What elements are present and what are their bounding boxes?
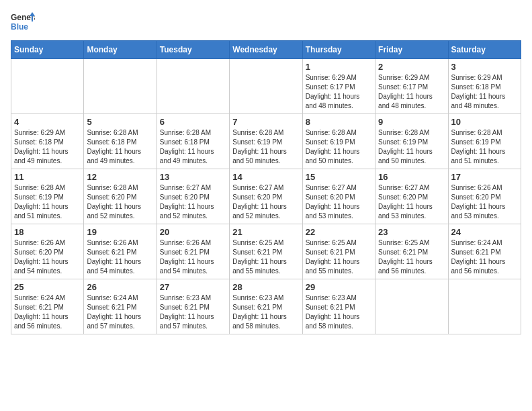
calendar-cell: 14Sunrise: 6:27 AMSunset: 6:20 PMDayligh… xyxy=(230,169,302,224)
calendar-cell: 19Sunrise: 6:26 AMSunset: 6:21 PMDayligh… xyxy=(84,224,157,279)
calendar-cell: 26Sunrise: 6:24 AMSunset: 6:21 PMDayligh… xyxy=(84,279,157,334)
calendar-cell xyxy=(230,59,302,114)
calendar-cell: 21Sunrise: 6:25 AMSunset: 6:21 PMDayligh… xyxy=(230,224,302,279)
calendar-cell: 23Sunrise: 6:25 AMSunset: 6:21 PMDayligh… xyxy=(375,224,448,279)
calendar-cell xyxy=(375,279,448,334)
day-number: 20 xyxy=(160,227,226,237)
day-info: Sunrise: 6:25 AMSunset: 6:21 PMDaylight:… xyxy=(232,238,299,276)
day-info: Sunrise: 6:23 AMSunset: 6:21 PMDaylight:… xyxy=(160,293,226,331)
day-header-friday: Friday xyxy=(375,41,448,59)
day-number: 22 xyxy=(306,227,372,237)
calendar-cell xyxy=(11,59,84,114)
calendar-body: 1Sunrise: 6:29 AMSunset: 6:17 PMDaylight… xyxy=(11,59,521,334)
calendar-cell: 15Sunrise: 6:27 AMSunset: 6:20 PMDayligh… xyxy=(302,169,375,224)
day-info: Sunrise: 6:23 AMSunset: 6:21 PMDaylight:… xyxy=(232,293,299,331)
day-info: Sunrise: 6:28 AMSunset: 6:18 PMDaylight:… xyxy=(87,128,153,166)
day-info: Sunrise: 6:28 AMSunset: 6:19 PMDaylight:… xyxy=(232,128,299,166)
calendar-cell: 22Sunrise: 6:25 AMSunset: 6:21 PMDayligh… xyxy=(302,224,375,279)
day-number: 29 xyxy=(306,282,372,292)
calendar-cell: 25Sunrise: 6:24 AMSunset: 6:21 PMDayligh… xyxy=(11,279,84,334)
calendar-cell: 27Sunrise: 6:23 AMSunset: 6:21 PMDayligh… xyxy=(157,279,229,334)
day-header-monday: Monday xyxy=(84,41,157,59)
day-info: Sunrise: 6:28 AMSunset: 6:18 PMDaylight:… xyxy=(160,128,226,166)
calendar-cell: 16Sunrise: 6:27 AMSunset: 6:20 PMDayligh… xyxy=(375,169,448,224)
calendar-cell xyxy=(84,59,157,114)
day-info: Sunrise: 6:26 AMSunset: 6:21 PMDaylight:… xyxy=(160,238,226,276)
day-header-sunday: Sunday xyxy=(11,41,84,59)
day-number: 9 xyxy=(378,117,445,127)
day-header-saturday: Saturday xyxy=(448,41,521,59)
calendar-cell: 18Sunrise: 6:26 AMSunset: 6:20 PMDayligh… xyxy=(11,224,84,279)
week-row-3: 18Sunrise: 6:26 AMSunset: 6:20 PMDayligh… xyxy=(11,224,521,279)
calendar-cell: 17Sunrise: 6:26 AMSunset: 6:20 PMDayligh… xyxy=(448,169,521,224)
day-number: 27 xyxy=(160,282,226,292)
day-header-tuesday: Tuesday xyxy=(157,41,229,59)
calendar-cell: 29Sunrise: 6:23 AMSunset: 6:21 PMDayligh… xyxy=(302,279,375,334)
day-info: Sunrise: 6:25 AMSunset: 6:21 PMDaylight:… xyxy=(378,238,445,276)
days-header-row: SundayMondayTuesdayWednesdayThursdayFrid… xyxy=(11,41,521,59)
calendar-cell: 28Sunrise: 6:23 AMSunset: 6:21 PMDayligh… xyxy=(230,279,302,334)
day-number: 25 xyxy=(14,282,81,292)
day-number: 15 xyxy=(306,172,372,182)
day-info: Sunrise: 6:25 AMSunset: 6:21 PMDaylight:… xyxy=(306,238,372,276)
header: General Blue xyxy=(11,11,521,35)
calendar-cell: 10Sunrise: 6:28 AMSunset: 6:19 PMDayligh… xyxy=(448,114,521,169)
day-header-wednesday: Wednesday xyxy=(230,41,302,59)
calendar-cell: 8Sunrise: 6:28 AMSunset: 6:19 PMDaylight… xyxy=(302,114,375,169)
day-number: 24 xyxy=(451,227,518,237)
day-info: Sunrise: 6:24 AMSunset: 6:21 PMDaylight:… xyxy=(14,293,81,331)
day-number: 14 xyxy=(232,172,299,182)
calendar-cell: 5Sunrise: 6:28 AMSunset: 6:18 PMDaylight… xyxy=(84,114,157,169)
day-number: 6 xyxy=(160,117,226,127)
day-number: 3 xyxy=(451,62,518,72)
day-number: 23 xyxy=(378,227,445,237)
week-row-2: 11Sunrise: 6:28 AMSunset: 6:19 PMDayligh… xyxy=(11,169,521,224)
day-number: 10 xyxy=(451,117,518,127)
day-number: 28 xyxy=(232,282,299,292)
calendar-cell: 13Sunrise: 6:27 AMSunset: 6:20 PMDayligh… xyxy=(157,169,229,224)
calendar-table: SundayMondayTuesdayWednesdayThursdayFrid… xyxy=(11,40,521,334)
day-number: 17 xyxy=(451,172,518,182)
calendar-cell: 2Sunrise: 6:29 AMSunset: 6:17 PMDaylight… xyxy=(375,59,448,114)
day-info: Sunrise: 6:26 AMSunset: 6:21 PMDaylight:… xyxy=(87,238,153,276)
logo-svg: General Blue xyxy=(11,11,35,35)
day-number: 21 xyxy=(232,227,299,237)
calendar-cell: 12Sunrise: 6:28 AMSunset: 6:20 PMDayligh… xyxy=(84,169,157,224)
day-number: 1 xyxy=(306,62,372,72)
day-number: 16 xyxy=(378,172,445,182)
day-info: Sunrise: 6:24 AMSunset: 6:21 PMDaylight:… xyxy=(451,238,518,276)
calendar-cell: 9Sunrise: 6:28 AMSunset: 6:19 PMDaylight… xyxy=(375,114,448,169)
day-info: Sunrise: 6:28 AMSunset: 6:19 PMDaylight:… xyxy=(451,128,518,166)
calendar-cell xyxy=(157,59,229,114)
day-number: 2 xyxy=(378,62,445,72)
calendar-cell: 1Sunrise: 6:29 AMSunset: 6:17 PMDaylight… xyxy=(302,59,375,114)
day-info: Sunrise: 6:29 AMSunset: 6:17 PMDaylight:… xyxy=(378,73,445,111)
calendar-cell: 11Sunrise: 6:28 AMSunset: 6:19 PMDayligh… xyxy=(11,169,84,224)
day-info: Sunrise: 6:28 AMSunset: 6:19 PMDaylight:… xyxy=(378,128,445,166)
day-info: Sunrise: 6:29 AMSunset: 6:17 PMDaylight:… xyxy=(306,73,372,111)
day-number: 19 xyxy=(87,227,153,237)
day-info: Sunrise: 6:27 AMSunset: 6:20 PMDaylight:… xyxy=(378,183,445,221)
calendar-cell xyxy=(448,279,521,334)
week-row-1: 4Sunrise: 6:29 AMSunset: 6:18 PMDaylight… xyxy=(11,114,521,169)
day-info: Sunrise: 6:28 AMSunset: 6:19 PMDaylight:… xyxy=(306,128,372,166)
day-number: 12 xyxy=(87,172,153,182)
day-info: Sunrise: 6:29 AMSunset: 6:18 PMDaylight:… xyxy=(451,73,518,111)
calendar-cell: 6Sunrise: 6:28 AMSunset: 6:18 PMDaylight… xyxy=(157,114,229,169)
calendar-cell: 20Sunrise: 6:26 AMSunset: 6:21 PMDayligh… xyxy=(157,224,229,279)
logo: General Blue xyxy=(11,11,35,35)
day-number: 5 xyxy=(87,117,153,127)
day-number: 4 xyxy=(14,117,81,127)
day-info: Sunrise: 6:27 AMSunset: 6:20 PMDaylight:… xyxy=(232,183,299,221)
day-number: 7 xyxy=(232,117,299,127)
calendar-cell: 7Sunrise: 6:28 AMSunset: 6:19 PMDaylight… xyxy=(230,114,302,169)
day-number: 8 xyxy=(306,117,372,127)
day-info: Sunrise: 6:27 AMSunset: 6:20 PMDaylight:… xyxy=(306,183,372,221)
svg-text:Blue: Blue xyxy=(11,22,28,32)
day-info: Sunrise: 6:23 AMSunset: 6:21 PMDaylight:… xyxy=(306,293,372,331)
day-number: 18 xyxy=(14,227,81,237)
calendar-cell: 4Sunrise: 6:29 AMSunset: 6:18 PMDaylight… xyxy=(11,114,84,169)
day-info: Sunrise: 6:28 AMSunset: 6:19 PMDaylight:… xyxy=(14,183,81,221)
day-info: Sunrise: 6:26 AMSunset: 6:20 PMDaylight:… xyxy=(451,183,518,221)
day-info: Sunrise: 6:29 AMSunset: 6:18 PMDaylight:… xyxy=(14,128,81,166)
